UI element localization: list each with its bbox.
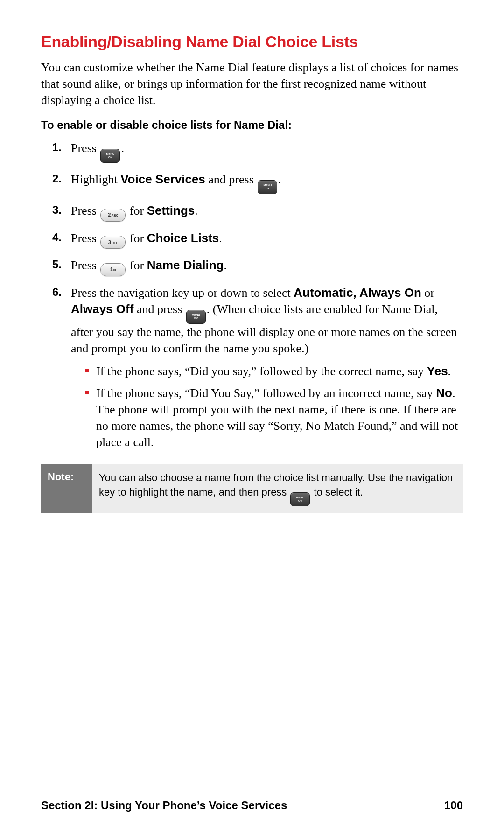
menu-item-choice-lists: Choice Lists [147, 231, 219, 245]
option-always-off: Always Off [71, 302, 133, 316]
menu-item-name-dialing: Name Dialing [147, 258, 224, 272]
step-3: 3. Press 2ABC for Settings. [52, 203, 463, 221]
step-number: 4. [52, 230, 62, 245]
footer-section: Section 2I: Using Your Phone’s Voice Ser… [41, 799, 287, 812]
bullet-text: . [448, 364, 451, 378]
step-text: Press [71, 141, 99, 155]
sub-bullet-list: If the phone says, “Did you say,” follow… [71, 363, 463, 450]
option-automatic-always-on: Automatic, Always On [294, 286, 421, 300]
key-2-icon: 2ABC [100, 209, 126, 222]
step-4: 4. Press 3DEF for Choice Lists. [52, 230, 463, 249]
page-footer: Section 2I: Using Your Phone’s Voice Ser… [41, 799, 463, 812]
step-text: Press [71, 204, 99, 217]
step-6: 6. Press the navigation key up or down t… [52, 285, 463, 451]
step-text: . [278, 173, 281, 186]
steps-list: 1. Press MENU OK. 2. Highlight Voice Ser… [41, 140, 463, 450]
step-text: or [421, 286, 434, 300]
note-text: to select it. [311, 486, 363, 498]
step-text: Press [71, 231, 99, 245]
menu-ok-key-icon: MENU OK [186, 310, 206, 324]
voice-response-no: No [436, 386, 452, 400]
menu-item-settings: Settings [147, 203, 195, 217]
step-number: 5. [52, 257, 62, 272]
key-1-icon: 1✉ [100, 263, 126, 276]
menu-item-voice-services: Voice Services [120, 172, 205, 186]
key-3-icon: 3DEF [100, 236, 126, 249]
menu-ok-key-icon: MENU OK [290, 492, 310, 506]
intro-paragraph: You can customize whether the Name Dial … [41, 59, 463, 108]
step-text: Press [71, 259, 99, 272]
bullet-text: If the phone says, “Did you say,” follow… [96, 364, 427, 378]
step-1: 1. Press MENU OK. [52, 140, 463, 163]
step-number: 6. [52, 285, 62, 300]
voice-response-yes: Yes [427, 364, 448, 378]
sub-bullet-no: If the phone says, “Did You Say,” follow… [85, 385, 463, 450]
note-text: You can also choose a name from the choi… [99, 472, 453, 498]
step-2: 2. Highlight Voice Services and press ME… [52, 171, 463, 194]
step-number: 2. [52, 171, 62, 186]
step-5: 5. Press 1✉ for Name Dialing. [52, 257, 463, 276]
footer-page-number: 100 [444, 799, 463, 812]
note-body: You can also choose a name from the choi… [92, 464, 463, 513]
step-text: . [195, 204, 198, 217]
subheading: To enable or disable choice lists for Na… [41, 119, 463, 132]
step-text: for [126, 259, 147, 272]
step-text: and press [133, 302, 185, 316]
step-number: 3. [52, 203, 62, 217]
step-text: . [224, 259, 227, 272]
step-text: . [121, 141, 124, 155]
sub-bullet-yes: If the phone says, “Did you say,” follow… [85, 363, 463, 379]
note-label: Note: [41, 464, 92, 513]
step-text: for [126, 231, 147, 245]
bullet-text: If the phone says, “Did You Say,” follow… [96, 386, 436, 400]
note-box: Note: You can also choose a name from th… [41, 464, 463, 513]
menu-ok-key-icon: MENU OK [100, 149, 120, 163]
step-number: 1. [52, 140, 62, 155]
step-text: and press [205, 173, 257, 186]
step-text: for [126, 204, 147, 217]
step-text: Highlight [71, 173, 120, 186]
menu-ok-key-icon: MENU OK [258, 180, 277, 194]
page-title: Enabling/Disabling Name Dial Choice List… [41, 33, 463, 51]
manual-page: Enabling/Disabling Name Dial Choice List… [0, 0, 504, 840]
step-text: Press the navigation key up or down to s… [71, 286, 294, 300]
step-text: . [219, 231, 222, 245]
